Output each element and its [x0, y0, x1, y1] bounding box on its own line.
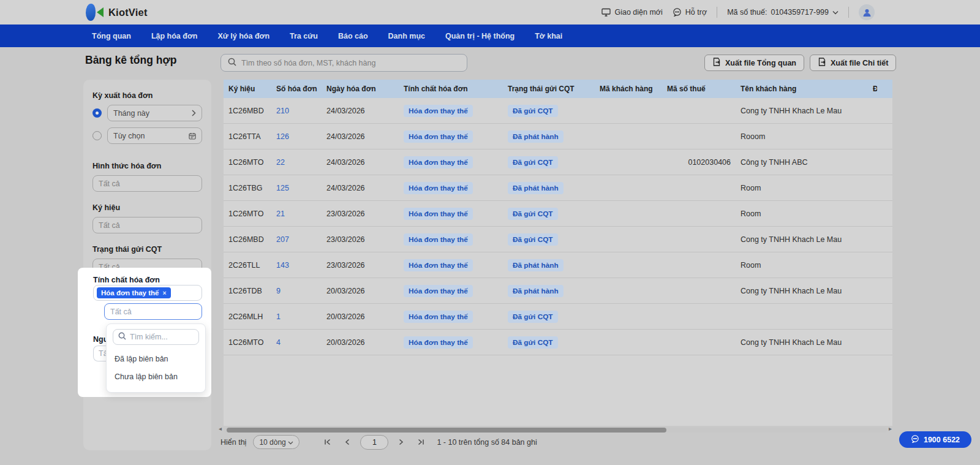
invoice-table: Ký hiệu Số hóa đơn Ngày hóa đơn Tính chấ… [224, 80, 892, 426]
scroll-left-arrow[interactable]: ◂ [219, 425, 222, 432]
export-detail-button[interactable]: Xuất file Chi tiết [810, 55, 896, 71]
table-row[interactable]: 2C26MLH 1 20/03/2026 Hóa đơn thay thế Đã… [224, 304, 892, 330]
filter-period-label: Kỳ xuất hóa đơn [92, 91, 202, 100]
cqt-status-badge: Đã phát hành [508, 130, 564, 143]
table-body: 1C26MBD 210 24/03/2026 Hóa đơn thay thế … [224, 98, 892, 355]
avatar[interactable] [859, 4, 875, 20]
table-row[interactable]: 1C26TDB 9 20/03/2026 Hóa đơn thay thế Đã… [224, 278, 892, 304]
page-number-input[interactable] [360, 435, 388, 450]
period-custom-input[interactable]: Tùy chọn [107, 127, 202, 144]
table-row[interactable]: 1C26MBD 210 24/03/2026 Hóa đơn thay thế … [224, 98, 892, 124]
invoice-number-link[interactable]: 1 [276, 312, 281, 321]
invoice-number-link[interactable]: 125 [276, 184, 289, 192]
nav-item[interactable]: Tra cứu [290, 32, 318, 40]
export-detail-label: Xuất file Chi tiết [831, 59, 888, 67]
period-this-month-value: Tháng này [113, 109, 149, 118]
invoice-number-link[interactable]: 143 [276, 261, 289, 270]
radio-custom-period[interactable] [92, 131, 102, 140]
table-search-bar[interactable] [221, 54, 467, 72]
horizontal-scrollbar-thumb[interactable] [227, 428, 666, 433]
invoice-nature-text-input[interactable] [110, 308, 190, 316]
table-row[interactable]: 1C26MTO 21 23/03/2026 Hóa đơn thay thế Đ… [224, 201, 892, 227]
table-row[interactable]: 1C26TTA 126 24/03/2026 Hóa đơn thay thế … [224, 124, 892, 149]
support-button[interactable]: Hỗ trợ [673, 8, 707, 17]
cell-trang-thai-cqt: Đã gửi CQT [503, 156, 595, 168]
invoice-number-link[interactable]: 4 [276, 338, 281, 347]
cell-tinh-chat: Hóa đơn thay thế [399, 233, 503, 246]
prev-page-button[interactable] [341, 439, 353, 445]
invoice-nature-input[interactable]: Hóa đơn thay thế × [93, 285, 202, 301]
topbar-divider [848, 7, 849, 18]
cqt-status-badge: Đã gửi CQT [508, 311, 558, 323]
invoice-number-link[interactable]: 126 [276, 132, 289, 141]
new-ui-button[interactable]: Giao diện mới [601, 8, 662, 17]
tax-code-selector[interactable]: Mã số thuế: 0104359717-999 [727, 8, 839, 17]
cqt-status-badge: Đã phát hành [508, 259, 564, 271]
cell-ky-hieu: 1C26MTO [224, 210, 271, 218]
invoice-nature-dropdown: Đã lập biên bản Chưa lập biên bản [106, 323, 206, 393]
invoice-number-link[interactable]: 22 [276, 158, 285, 167]
cell-tinh-chat: Hóa đơn thay thế [399, 156, 503, 168]
symbol-filter-input[interactable]: Tất cả [92, 217, 202, 233]
cell-tinh-chat: Hóa đơn thay thế [399, 311, 503, 323]
invoice-number-link[interactable]: 9 [276, 287, 281, 295]
hotline-chat-button[interactable]: 1900 6522 [899, 431, 971, 448]
nav-item[interactable]: Lập hóa đơn [151, 32, 198, 40]
cell-ngay-hoa-don: 20/03/2026 [322, 312, 399, 321]
export-icon [818, 58, 826, 68]
table-row[interactable]: 1C26MBD 207 23/03/2026 Hóa đơn thay thế … [224, 227, 892, 252]
period-this-month-input[interactable]: Tháng này [107, 105, 202, 121]
nav-item[interactable]: Danh mục [388, 32, 425, 40]
dropdown-search-input[interactable] [130, 333, 194, 341]
tax-code-value: 0104359717-999 [771, 8, 829, 17]
nav-item[interactable]: Báo cáo [338, 32, 368, 40]
chat-bubble-icon [911, 435, 919, 445]
col-header-ten-khach-hang: Tên khách hàng [736, 85, 868, 93]
symbol-filter-value: Tất cả [99, 221, 120, 230]
invoice-nature-badge: Hóa đơn thay thế [404, 130, 473, 143]
invoice-number-link[interactable]: 21 [276, 210, 285, 218]
invoice-number-link[interactable]: 207 [276, 235, 289, 244]
invoice-nature-badge: Hóa đơn thay thế [404, 311, 473, 323]
chip-remove-icon[interactable]: × [162, 289, 166, 297]
period-custom-value: Tùy chọn [113, 132, 145, 140]
nav-item[interactable]: Xử lý hóa đơn [217, 32, 270, 40]
scroll-right-arrow[interactable]: ▸ [889, 425, 892, 432]
dropdown-option-da-lap-bien-ban[interactable]: Đã lập biên bản [113, 350, 199, 368]
nav-item[interactable]: Tờ khai [535, 32, 562, 40]
invoice-nature-search-input[interactable] [104, 303, 202, 320]
cell-ky-hieu: 2C26MLH [224, 312, 271, 321]
dropdown-option-chua-lap-bien-ban[interactable]: Chưa lập biên bản [113, 368, 199, 385]
cell-so-hoa-don: 143 [271, 261, 322, 270]
next-page-button[interactable] [395, 439, 407, 445]
table-row[interactable]: 1C26TBG 125 24/03/2026 Hóa đơn thay thế … [224, 175, 892, 201]
last-page-button[interactable] [414, 439, 428, 445]
cell-ten-khach-hang: Cong ty TNHH Khach Le Mau [736, 338, 868, 347]
page-size-select[interactable]: 10 dòng [253, 435, 300, 449]
table-search-input[interactable] [241, 59, 460, 67]
table-row[interactable]: 2C26TLL 143 23/03/2026 Hóa đơn thay thế … [224, 252, 892, 278]
table-row[interactable]: 1C26MTO 22 24/03/2026 Hóa đơn thay thế Đ… [224, 149, 892, 175]
table-row[interactable]: 1C26MTO 4 20/03/2026 Hóa đơn thay thế Đã… [224, 330, 892, 355]
topbar-right: Giao diện mới Hỗ trợ Mã số thuế: 0104359… [601, 4, 980, 20]
nav-item[interactable]: Tổng quan [92, 32, 131, 40]
cell-ngay-hoa-don: 23/03/2026 [322, 210, 399, 218]
page-size-value: 10 dòng [259, 438, 285, 447]
chevron-down-icon [832, 10, 839, 15]
filter-symbol-label: Ký hiệu [92, 203, 202, 212]
cell-trang-thai-cqt: Đã phát hành [503, 182, 595, 194]
cell-so-hoa-don: 126 [271, 132, 322, 141]
invoice-number-link[interactable]: 210 [276, 107, 289, 115]
calendar-icon [189, 132, 196, 140]
first-page-button[interactable] [320, 439, 334, 445]
partially-hidden-filter-input[interactable]: Tấ [93, 346, 107, 361]
form-filter-input[interactable]: Tất cả [92, 175, 202, 192]
radio-this-month[interactable] [92, 108, 102, 118]
nav-item[interactable]: Quản trị - Hệ thống [445, 32, 514, 40]
cell-so-hoa-don: 22 [271, 158, 322, 167]
cell-tinh-chat: Hóa đơn thay thế [399, 285, 503, 297]
cell-tinh-chat: Hóa đơn thay thế [399, 105, 503, 117]
export-overview-button[interactable]: Xuất file Tổng quan [704, 55, 804, 71]
cell-ngay-hoa-don: 23/03/2026 [322, 261, 399, 270]
dropdown-search-box[interactable] [113, 329, 199, 345]
